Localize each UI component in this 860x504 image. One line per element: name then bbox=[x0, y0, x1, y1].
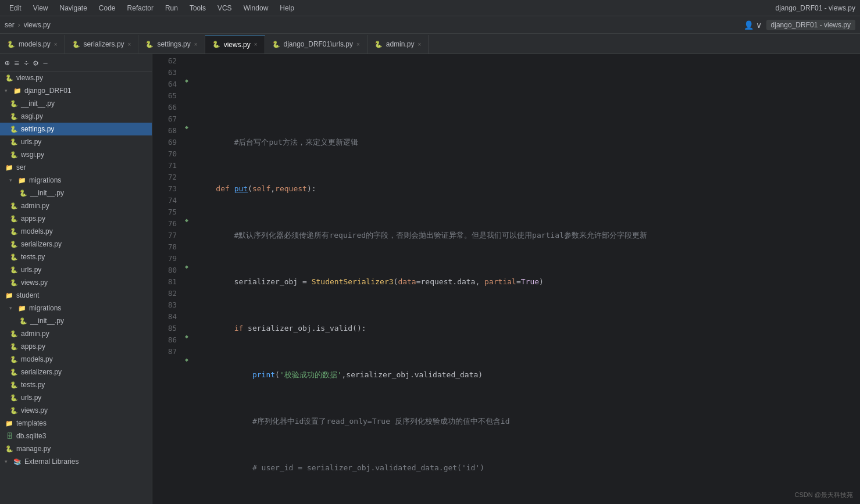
sidebar-item-tests2[interactable]: 🐍 tests.py bbox=[0, 378, 152, 391]
code-line-67: if serializer_obj.is_valid(): bbox=[193, 323, 860, 334]
py-icon: 🐍 bbox=[9, 356, 19, 363]
tab-settings[interactable]: 🐍 settings.py × bbox=[138, 35, 205, 53]
tab-settings-close[interactable]: × bbox=[194, 41, 198, 48]
menu-item-navigate[interactable]: Navigate bbox=[55, 3, 91, 13]
sidebar-tool-split[interactable]: ÷ bbox=[24, 58, 28, 67]
sidebar-item-views-top[interactable]: 🐍 views.py bbox=[0, 72, 152, 84]
py-icon: 🐍 bbox=[9, 228, 19, 235]
menu-item-tools[interactable]: Tools bbox=[185, 3, 210, 13]
sidebar-item-migrations2[interactable]: ▾ 📁 migrations bbox=[0, 302, 152, 314]
tree-arrow-icon: ▾ bbox=[9, 305, 15, 311]
line-numbers: 62 63 64 65 66 67 68 69 70 71 72 73 74 7… bbox=[152, 54, 181, 504]
folder-icon: 📁 bbox=[5, 420, 14, 427]
breakpoint-71[interactable]: ◆ bbox=[184, 217, 190, 223]
sidebar-item-ser[interactable]: 📁 ser bbox=[0, 161, 152, 174]
sidebar-item-apps1[interactable]: 🐍 apps.py bbox=[0, 212, 152, 225]
sidebar-tool-add[interactable]: ⊕ bbox=[5, 58, 9, 67]
sidebar-item-urls1[interactable]: 🐍 urls.py bbox=[0, 135, 152, 148]
sidebar-label: wsgi.py bbox=[21, 151, 44, 159]
menu-item-code[interactable]: Code bbox=[94, 3, 120, 13]
tab-models-close[interactable]: × bbox=[54, 41, 58, 48]
sidebar-item-admin1[interactable]: 🐍 admin.py bbox=[0, 199, 152, 212]
user-icon[interactable]: 👤 ∨ bbox=[744, 20, 762, 30]
py-file-icon: 🐍 bbox=[212, 41, 220, 48]
code-line-63: #后台写个put方法，来定义更新逻辑 bbox=[193, 137, 860, 148]
breakpoint-79[interactable]: ◆ bbox=[184, 356, 190, 362]
tab-bar: 🐍 models.py × 🐍 serializers.py × 🐍 setti… bbox=[0, 34, 860, 54]
sidebar-item-init2[interactable]: 🐍 __init__.py bbox=[0, 187, 152, 199]
sidebar-item-wsgi[interactable]: 🐍 wsgi.py bbox=[0, 148, 152, 161]
py-icon: 🐍 bbox=[19, 190, 28, 197]
sidebar-label: ser bbox=[16, 163, 26, 171]
sidebar-item-student[interactable]: 📁 student bbox=[0, 289, 152, 302]
sidebar-item-serializers1[interactable]: 🐍 serializers.py bbox=[0, 238, 152, 251]
sidebar-item-serializers2[interactable]: 🐍 serializers.py bbox=[0, 366, 152, 378]
code-content[interactable]: #后台写个put方法，来定义更新逻辑 def put(self,request)… bbox=[193, 54, 860, 504]
menu-item-window[interactable]: Window bbox=[239, 3, 273, 13]
code-area[interactable]: 62 63 64 65 66 67 68 69 70 71 72 73 74 7… bbox=[152, 54, 860, 504]
sidebar-item-templates[interactable]: 📁 templates bbox=[0, 417, 152, 430]
code-line-69: #序列化器中id设置了read_only=True 反序列化校验成功的值中不包含… bbox=[193, 416, 860, 427]
db-icon: 🗄 bbox=[5, 432, 14, 439]
sidebar-item-init1[interactable]: 🐍 __init__.py bbox=[0, 97, 152, 110]
sidebar-label: tests.py bbox=[21, 253, 45, 261]
breakpoint-78[interactable]: ◆ bbox=[184, 333, 190, 339]
sidebar-tool-close[interactable]: − bbox=[43, 58, 48, 67]
breakpoint-64[interactable]: ◆ bbox=[184, 77, 190, 83]
sidebar-label: tests.py bbox=[21, 381, 45, 389]
sidebar-tool-list[interactable]: ≡ bbox=[14, 58, 19, 67]
menu-item-help[interactable]: Help bbox=[275, 3, 299, 13]
sidebar-item-asgi[interactable]: 🐍 asgi.py bbox=[0, 110, 152, 123]
tree-arrow-icon: ▾ bbox=[9, 177, 15, 183]
sidebar-label: models.py bbox=[21, 355, 53, 363]
tab-views[interactable]: 🐍 views.py × bbox=[205, 35, 265, 53]
tab-serializers-label: serializers.py bbox=[84, 40, 124, 48]
sidebar-item-urls3[interactable]: 🐍 urls.py bbox=[0, 391, 152, 404]
sidebar-item-manage[interactable]: 🐍 manage.py bbox=[0, 442, 152, 455]
tab-views-close[interactable]: × bbox=[254, 41, 258, 48]
tab-admin[interactable]: 🐍 admin.py × bbox=[367, 35, 429, 53]
sidebar-item-init3[interactable]: 🐍 __init__.py bbox=[0, 314, 152, 327]
sidebar-item-db[interactable]: 🗄 db.sqlite3 bbox=[0, 430, 152, 442]
sidebar-item-settings[interactable]: 🐍 settings.py bbox=[0, 123, 152, 135]
tab-serializers-close[interactable]: × bbox=[128, 41, 131, 48]
py-icon: 🐍 bbox=[9, 253, 19, 261]
menu-item-edit[interactable]: Edit bbox=[5, 3, 26, 13]
sidebar-label: db.sqlite3 bbox=[16, 432, 46, 440]
tab-admin-close[interactable]: × bbox=[417, 41, 421, 48]
sidebar-item-admin2[interactable]: 🐍 admin.py bbox=[0, 327, 152, 340]
sidebar-item-models1[interactable]: 🐍 models.py bbox=[0, 225, 152, 238]
menu-item-refactor[interactable]: Refactor bbox=[123, 3, 158, 13]
sidebar-item-apps2[interactable]: 🐍 apps.py bbox=[0, 340, 152, 353]
breadcrumb-ser[interactable]: ser bbox=[5, 21, 15, 29]
sidebar-item-models2[interactable]: 🐍 models.py bbox=[0, 353, 152, 366]
sidebar-item-external-libs[interactable]: ▾ 📚 External Libraries bbox=[0, 455, 152, 468]
py-icon: 🐍 bbox=[19, 317, 28, 325]
sidebar-item-views1[interactable]: 🐍 views.py bbox=[0, 276, 152, 289]
sidebar-item-urls2[interactable]: 🐍 urls.py bbox=[0, 263, 152, 276]
tab-serializers[interactable]: 🐍 serializers.py × bbox=[65, 35, 139, 53]
sidebar-item-migrations1[interactable]: ▾ 📁 migrations bbox=[0, 174, 152, 187]
folder-icon: 📚 bbox=[13, 458, 22, 466]
sidebar-item-django-drf01[interactable]: ▾ 📁 django_DRF01 bbox=[0, 84, 152, 97]
menu-item-run[interactable]: Run bbox=[160, 3, 183, 13]
sidebar: ⊕ ≡ ÷ ⚙ − 🐍 views.py ▾ 📁 django_DRF01 🐍 … bbox=[0, 54, 152, 504]
menu-item-view[interactable]: View bbox=[28, 3, 53, 13]
tab-urls-close[interactable]: × bbox=[356, 41, 360, 48]
sidebar-item-views2[interactable]: 🐍 views.py bbox=[0, 404, 152, 417]
breakpoint-74[interactable]: ◆ bbox=[184, 263, 190, 269]
tab-urls[interactable]: 🐍 django_DRF01\urls.py × bbox=[265, 35, 367, 53]
code-line-66: serializer_obj = StudentSerializer3(data… bbox=[193, 276, 860, 288]
menu-item-vcs[interactable]: VCS bbox=[213, 3, 237, 13]
tree-arrow-icon: ▾ bbox=[5, 459, 10, 464]
sidebar-tool-settings[interactable]: ⚙ bbox=[33, 58, 38, 67]
tab-models[interactable]: 🐍 models.py × bbox=[0, 35, 65, 53]
breadcrumb-file[interactable]: views.py bbox=[24, 21, 51, 29]
code-line-70: # user_id = serializer_obj.validated_dat… bbox=[193, 462, 860, 474]
code-line-65: #默认序列化器必须传递所有required的字段，否则会抛出验证异常。但是我们可… bbox=[193, 230, 860, 241]
sidebar-item-tests1[interactable]: 🐍 tests.py bbox=[0, 251, 152, 263]
sidebar-label: manage.py bbox=[16, 445, 51, 453]
editor: 62 63 64 65 66 67 68 69 70 71 72 73 74 7… bbox=[152, 54, 860, 504]
py-icon: 🐍 bbox=[9, 407, 19, 414]
breakpoint-67[interactable]: ◆ bbox=[184, 124, 190, 130]
